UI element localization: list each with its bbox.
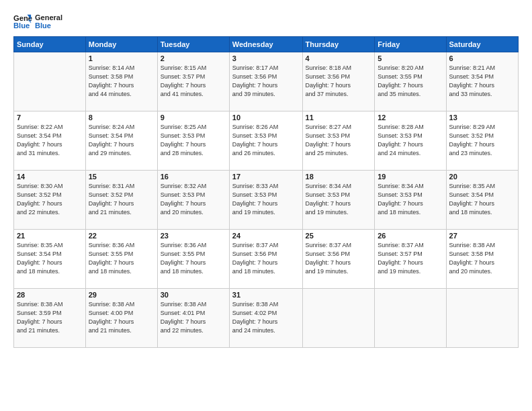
day-number: 8 [89, 113, 154, 122]
day-number: 6 [449, 54, 515, 62]
calendar-cell [446, 289, 518, 348]
day-number: 12 [378, 113, 443, 122]
calendar-cell: 4Sunrise: 8:18 AMSunset: 3:56 PMDaylight… [302, 52, 375, 111]
day-number: 17 [232, 173, 300, 181]
day-number: 22 [89, 232, 154, 240]
calendar-cell: 18Sunrise: 8:34 AMSunset: 3:53 PMDayligh… [302, 171, 375, 230]
day-info: Sunrise: 8:22 AMSunset: 3:54 PMDaylight:… [17, 123, 83, 158]
day-number: 16 [161, 173, 226, 181]
calendar-header-row: SundayMondayTuesdayWednesdayThursdayFrid… [14, 37, 519, 52]
day-info: Sunrise: 8:24 AMSunset: 3:54 PMDaylight:… [89, 123, 154, 158]
calendar-cell: 10Sunrise: 8:26 AMSunset: 3:53 PMDayligh… [229, 111, 302, 171]
day-info: Sunrise: 8:36 AMSunset: 3:55 PMDaylight:… [161, 241, 226, 276]
day-info: Sunrise: 8:30 AMSunset: 3:52 PMDaylight:… [17, 182, 83, 217]
day-info: Sunrise: 8:27 AMSunset: 3:53 PMDaylight:… [306, 123, 372, 158]
calendar-cell: 3Sunrise: 8:17 AMSunset: 3:56 PMDaylight… [229, 52, 302, 111]
day-number: 7 [17, 113, 83, 122]
weekday-header: Friday [375, 37, 446, 52]
day-number: 14 [17, 173, 83, 181]
calendar-cell: 16Sunrise: 8:32 AMSunset: 3:53 PMDayligh… [157, 171, 229, 230]
calendar-week-row: 14Sunrise: 8:30 AMSunset: 3:52 PMDayligh… [14, 171, 519, 230]
calendar-cell: 1Sunrise: 8:14 AMSunset: 3:58 PMDaylight… [85, 52, 157, 111]
day-info: Sunrise: 8:35 AMSunset: 3:54 PMDaylight:… [449, 182, 515, 217]
day-number: 19 [378, 173, 443, 181]
day-info: Sunrise: 8:14 AMSunset: 3:58 PMDaylight:… [89, 64, 154, 99]
day-info: Sunrise: 8:34 AMSunset: 3:53 PMDaylight:… [378, 182, 443, 217]
day-info: Sunrise: 8:37 AMSunset: 3:56 PMDaylight:… [306, 241, 372, 276]
day-info: Sunrise: 8:38 AMSunset: 4:02 PMDaylight:… [232, 300, 300, 335]
day-info: Sunrise: 8:37 AMSunset: 3:57 PMDaylight:… [378, 241, 443, 276]
day-number: 30 [161, 291, 226, 299]
calendar-week-row: 1Sunrise: 8:14 AMSunset: 3:58 PMDaylight… [14, 52, 519, 111]
day-number: 25 [306, 232, 372, 240]
day-number: 31 [232, 291, 300, 299]
weekday-header: Sunday [14, 37, 86, 52]
day-number: 9 [161, 113, 226, 122]
calendar-cell: 27Sunrise: 8:38 AMSunset: 3:58 PMDayligh… [446, 230, 518, 289]
calendar-table: SundayMondayTuesdayWednesdayThursdayFrid… [13, 36, 519, 348]
calendar-cell: 21Sunrise: 8:35 AMSunset: 3:54 PMDayligh… [14, 230, 86, 289]
day-number: 11 [306, 113, 372, 122]
calendar-cell: 29Sunrise: 8:38 AMSunset: 4:00 PMDayligh… [85, 289, 157, 348]
day-number: 27 [449, 232, 515, 240]
calendar-week-row: 7Sunrise: 8:22 AMSunset: 3:54 PMDaylight… [14, 111, 519, 171]
day-info: Sunrise: 8:15 AMSunset: 3:57 PMDaylight:… [161, 64, 226, 99]
logo-general: General [35, 13, 62, 21]
logo-blue: Blue [35, 21, 62, 30]
day-number: 29 [89, 291, 154, 299]
calendar-cell: 19Sunrise: 8:34 AMSunset: 3:53 PMDayligh… [375, 171, 446, 230]
day-info: Sunrise: 8:21 AMSunset: 3:54 PMDaylight:… [449, 64, 515, 99]
calendar-cell: 6Sunrise: 8:21 AMSunset: 3:54 PMDaylight… [446, 52, 518, 111]
day-info: Sunrise: 8:38 AMSunset: 4:01 PMDaylight:… [161, 300, 226, 335]
day-number: 3 [232, 54, 300, 62]
calendar-cell: 13Sunrise: 8:29 AMSunset: 3:52 PMDayligh… [446, 111, 518, 171]
header: General Blue General Blue [13, 12, 519, 31]
logo: General Blue General Blue [13, 12, 62, 31]
calendar-cell: 23Sunrise: 8:36 AMSunset: 3:55 PMDayligh… [157, 230, 229, 289]
calendar-cell: 24Sunrise: 8:37 AMSunset: 3:56 PMDayligh… [229, 230, 302, 289]
weekday-header: Tuesday [157, 37, 229, 52]
calendar-week-row: 21Sunrise: 8:35 AMSunset: 3:54 PMDayligh… [14, 230, 519, 289]
day-info: Sunrise: 8:25 AMSunset: 3:53 PMDaylight:… [161, 123, 226, 158]
calendar-cell: 26Sunrise: 8:37 AMSunset: 3:57 PMDayligh… [375, 230, 446, 289]
day-number: 15 [89, 173, 154, 181]
day-number: 2 [161, 54, 226, 62]
day-info: Sunrise: 8:35 AMSunset: 3:54 PMDaylight:… [17, 241, 83, 276]
weekday-header: Saturday [446, 37, 518, 52]
day-info: Sunrise: 8:28 AMSunset: 3:53 PMDaylight:… [378, 123, 443, 158]
day-info: Sunrise: 8:20 AMSunset: 3:55 PMDaylight:… [378, 64, 443, 99]
day-info: Sunrise: 8:38 AMSunset: 3:59 PMDaylight:… [17, 300, 83, 335]
day-info: Sunrise: 8:31 AMSunset: 3:52 PMDaylight:… [89, 182, 154, 217]
calendar-week-row: 28Sunrise: 8:38 AMSunset: 3:59 PMDayligh… [14, 289, 519, 348]
day-number: 26 [378, 232, 443, 240]
calendar-cell: 5Sunrise: 8:20 AMSunset: 3:55 PMDaylight… [375, 52, 446, 111]
calendar-cell [14, 52, 86, 111]
calendar-cell [375, 289, 446, 348]
day-info: Sunrise: 8:18 AMSunset: 3:56 PMDaylight:… [306, 64, 372, 99]
day-info: Sunrise: 8:33 AMSunset: 3:53 PMDaylight:… [232, 182, 300, 217]
weekday-header: Thursday [302, 37, 375, 52]
day-info: Sunrise: 8:38 AMSunset: 4:00 PMDaylight:… [89, 300, 154, 335]
calendar-cell: 20Sunrise: 8:35 AMSunset: 3:54 PMDayligh… [446, 171, 518, 230]
calendar-cell: 15Sunrise: 8:31 AMSunset: 3:52 PMDayligh… [85, 171, 157, 230]
day-info: Sunrise: 8:38 AMSunset: 3:58 PMDaylight:… [449, 241, 515, 276]
calendar-cell: 25Sunrise: 8:37 AMSunset: 3:56 PMDayligh… [302, 230, 375, 289]
day-number: 21 [17, 232, 83, 240]
calendar-cell: 17Sunrise: 8:33 AMSunset: 3:53 PMDayligh… [229, 171, 302, 230]
day-number: 5 [378, 54, 443, 62]
day-number: 20 [449, 173, 515, 181]
logo-icon: General Blue [13, 12, 32, 31]
day-number: 13 [449, 113, 515, 122]
calendar-cell [302, 289, 375, 348]
calendar-cell: 22Sunrise: 8:36 AMSunset: 3:55 PMDayligh… [85, 230, 157, 289]
calendar-cell: 8Sunrise: 8:24 AMSunset: 3:54 PMDaylight… [85, 111, 157, 171]
day-info: Sunrise: 8:37 AMSunset: 3:56 PMDaylight:… [232, 241, 300, 276]
day-info: Sunrise: 8:29 AMSunset: 3:52 PMDaylight:… [449, 123, 515, 158]
calendar-cell: 2Sunrise: 8:15 AMSunset: 3:57 PMDaylight… [157, 52, 229, 111]
day-number: 4 [306, 54, 372, 62]
calendar-cell: 12Sunrise: 8:28 AMSunset: 3:53 PMDayligh… [375, 111, 446, 171]
day-number: 28 [17, 291, 83, 299]
calendar-cell: 9Sunrise: 8:25 AMSunset: 3:53 PMDaylight… [157, 111, 229, 171]
weekday-header: Wednesday [229, 37, 302, 52]
calendar-cell: 14Sunrise: 8:30 AMSunset: 3:52 PMDayligh… [14, 171, 86, 230]
